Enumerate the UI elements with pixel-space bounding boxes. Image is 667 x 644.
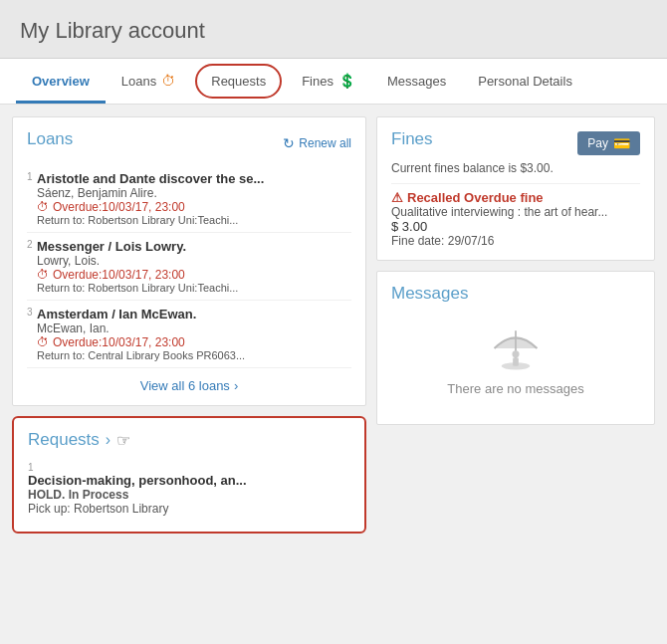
fine-recalled-label: ⚠ Recalled Overdue fine (391, 190, 640, 205)
tab-messages[interactable]: Messages (371, 60, 462, 104)
right-column: Fines Pay 💳 Current fines balance is $3.… (376, 116, 655, 534)
tab-requests-label: Requests (211, 74, 266, 89)
requests-header: Requests › ☞ (28, 430, 350, 450)
tab-messages-label: Messages (387, 74, 446, 89)
loan-content: Aristotle and Dante discover the se... S… (27, 171, 351, 226)
request-status: HOLD. In Process (28, 488, 350, 502)
left-column: Loans ↻ Renew all 1 Aristotle and Dante … (12, 116, 366, 534)
request-item: 1 Decision-making, personhood, an... HOL… (28, 458, 350, 520)
messages-empty: There are no messages (391, 304, 640, 412)
chevron-right-icon: › (234, 378, 238, 393)
messages-title: Messages (391, 284, 468, 303)
fines-title: Fines (391, 129, 433, 149)
loan-author: McEwan, Ian. (37, 322, 351, 335)
loan-overdue-text: Overdue:10/03/17, 23:00 (53, 268, 185, 282)
svg-rect-2 (513, 357, 519, 366)
renew-all-button[interactable]: ↻ Renew all (283, 135, 351, 151)
loan-return: Return to: Robertson Library Uni:Teachi.… (37, 282, 351, 294)
loan-title: Aristotle and Dante discover the se... (37, 171, 351, 186)
loan-overdue-text: Overdue:10/03/17, 23:00 (53, 335, 185, 349)
fine-book-title: Qualitative interviewing : the art of he… (391, 205, 640, 219)
page-wrapper: My Library account Overview Loans ⏱ Requ… (0, 0, 667, 545)
page-title: My Library account (20, 18, 647, 44)
tab-loans[interactable]: Loans ⏱ (106, 59, 191, 104)
view-all-loans-link[interactable]: View all 6 loans › (27, 368, 351, 393)
loan-title: Messenger / Lois Lowry. (37, 239, 351, 254)
loan-item: 2 Messenger / Lois Lowry. Lowry, Lois. ⏱… (27, 233, 351, 301)
renew-icon: ↻ (283, 135, 295, 151)
fines-header: Fines Pay 💳 (391, 129, 640, 157)
pay-label: Pay (587, 136, 608, 150)
loan-overdue: ⏱ Overdue:10/03/17, 23:00 (37, 268, 351, 282)
loan-overdue: ⏱ Overdue:10/03/17, 23:00 (37, 200, 351, 214)
tab-overview-label: Overview (32, 74, 90, 89)
clock-icon: ⏱ (161, 73, 175, 89)
tab-loans-label: Loans (121, 74, 156, 89)
messages-card: Messages There are no messages (376, 271, 655, 425)
credit-card-icon: 💳 (613, 135, 630, 151)
loan-number: 3 (27, 307, 33, 318)
loans-header: Loans ↻ Renew all (27, 129, 351, 157)
loan-number: 2 (27, 239, 33, 250)
request-number: 1 (28, 462, 350, 473)
header: My Library account (0, 0, 667, 59)
loan-content: Amsterdam / Ian McEwan. McEwan, Ian. ⏱ O… (27, 307, 351, 361)
loan-item: 1 Aristotle and Dante discover the se...… (27, 165, 351, 233)
fine-recalled-text: Recalled Overdue fine (407, 190, 544, 205)
loan-item: 3 Amsterdam / Ian McEwan. McEwan, Ian. ⏱… (27, 301, 351, 368)
cursor-icon: ☞ (116, 431, 130, 450)
loan-return: Return to: Robertson Library Uni:Teachi.… (37, 214, 351, 226)
fine-date: Fine date: 29/07/16 (391, 234, 640, 248)
request-pickup: Pick up: Robertson Library (28, 502, 350, 516)
requests-chevron-icon: › (106, 431, 111, 449)
nav-tabs: Overview Loans ⏱ Requests Fines 💲 Messag… (0, 59, 667, 105)
request-title: Decision-making, personhood, an... (28, 473, 350, 488)
no-messages-icon (486, 323, 546, 373)
overdue-icon: ⏱ (37, 268, 49, 282)
requests-card: Requests › ☞ 1 Decision-making, personho… (12, 416, 366, 534)
loans-title: Loans (27, 129, 73, 149)
main-content: Loans ↻ Renew all 1 Aristotle and Dante … (0, 105, 667, 545)
fine-amount: $ 3.00 (391, 219, 640, 234)
dollar-icon: 💲 (338, 73, 355, 89)
overdue-icon: ⏱ (37, 200, 49, 214)
loan-title: Amsterdam / Ian McEwan. (37, 307, 351, 322)
pay-button[interactable]: Pay 💳 (577, 131, 640, 155)
loan-content: Messenger / Lois Lowry. Lowry, Lois. ⏱ O… (27, 239, 351, 294)
loan-author: Sáenz, Benjamin Alire. (37, 186, 351, 200)
loan-author: Lowry, Lois. (37, 254, 351, 268)
view-all-loans-label: View all 6 loans (140, 378, 230, 393)
tab-overview[interactable]: Overview (16, 60, 106, 104)
svg-point-1 (512, 350, 519, 357)
fines-balance: Current fines balance is $3.00. (391, 161, 640, 175)
loan-number: 1 (27, 171, 33, 182)
tab-fines[interactable]: Fines 💲 (286, 59, 371, 104)
loan-overdue-text: Overdue:10/03/17, 23:00 (53, 200, 185, 214)
loan-overdue: ⏱ Overdue:10/03/17, 23:00 (37, 335, 351, 349)
tab-personal-details-label: Personal Details (478, 74, 572, 89)
fines-card: Fines Pay 💳 Current fines balance is $3.… (376, 116, 655, 261)
loan-return: Return to: Central Library Books PR6063.… (37, 349, 351, 361)
overdue-icon: ⏱ (37, 335, 49, 349)
requests-title: Requests (28, 430, 100, 450)
fine-item: ⚠ Recalled Overdue fine Qualitative inte… (391, 183, 640, 248)
tab-personal-details[interactable]: Personal Details (462, 60, 588, 104)
tab-requests[interactable]: Requests (195, 64, 282, 99)
tab-fines-label: Fines (302, 74, 334, 89)
warning-icon: ⚠ (391, 190, 403, 205)
loans-card: Loans ↻ Renew all 1 Aristotle and Dante … (12, 116, 366, 406)
no-messages-text: There are no messages (447, 381, 583, 396)
renew-all-label: Renew all (299, 136, 351, 150)
